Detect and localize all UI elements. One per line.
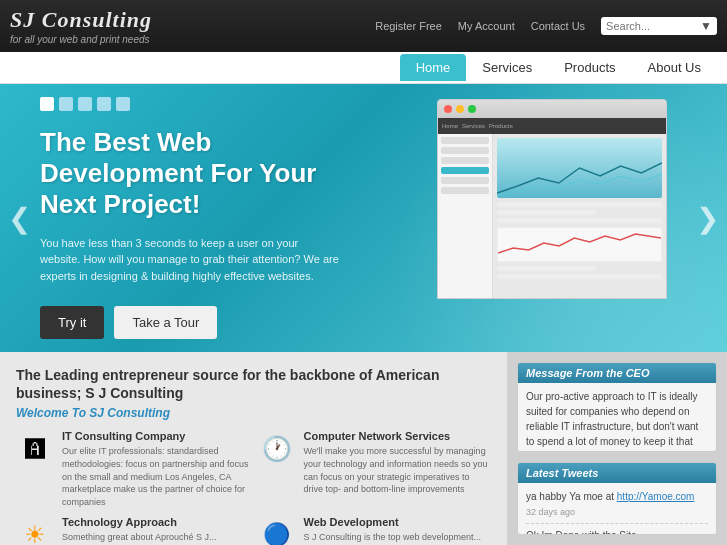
card-it-consulting: 🅰 IT Consulting Company Our elite IT pro…	[16, 430, 250, 508]
mockup-sidebar-item-2	[441, 147, 489, 154]
mockup-close-dot	[444, 105, 452, 113]
navbar-items: Home Services Products About Us	[400, 54, 717, 81]
card-body-webdev: S J Consulting is the top web developmen…	[304, 531, 482, 544]
nav-products[interactable]: Products	[548, 54, 631, 81]
tweet-2-text: Ok Im Done with the Site	[526, 530, 637, 535]
mockup-sidebar-item-1	[441, 137, 489, 144]
mockup-text-line-3	[497, 218, 662, 223]
mockup-nav-item-2: Services	[462, 123, 485, 129]
my-account-link[interactable]: My Account	[458, 20, 515, 32]
panel-tweets-body: ya habby Ya moe at http://Yamoe.com 32 d…	[518, 483, 716, 535]
slide-dots	[40, 97, 340, 111]
panel-ceo: Message From the CEO Our pro-active appr…	[517, 362, 717, 452]
register-free-link[interactable]: Register Free	[375, 20, 442, 32]
mockup-nav-item-3: Products	[489, 123, 513, 129]
mockup-nav-item-1: Home	[442, 123, 458, 129]
mockup-text-line-5	[497, 274, 662, 279]
hero-body: You have less than 3 seconds to keep a u…	[40, 235, 340, 285]
mockup-content-area	[438, 134, 666, 298]
card-title-it: IT Consulting Company	[62, 430, 250, 442]
hero-next-arrow[interactable]: ❯	[696, 202, 719, 235]
lower-sidebar: Message From the CEO Our pro-active appr…	[507, 352, 727, 545]
card-webdev: 🔵 Web Development S J Consulting is the …	[258, 516, 492, 545]
mockup-chart-area	[497, 138, 662, 198]
search-button[interactable]: ▼	[700, 19, 712, 33]
mockup-chart-svg	[497, 158, 662, 198]
hero-prev-arrow[interactable]: ❮	[8, 202, 31, 235]
hero-buttons: Try it Take a Tour	[40, 306, 340, 339]
panel-ceo-body: Our pro-active approach to IT is ideally…	[518, 383, 716, 452]
card-title-tech: Technology Approach	[62, 516, 217, 528]
header-nav: Register Free My Account Contact Us ▼	[375, 17, 717, 35]
slide-dot-5[interactable]	[116, 97, 130, 111]
panel-tweets-header: Latest Tweets	[518, 463, 716, 483]
mockup-sidebar-item-3	[441, 157, 489, 164]
mockup-text-line-1	[497, 202, 662, 207]
card-text-network: Computer Network Services We'll make you…	[304, 430, 492, 495]
hero-heading: The Best Web Development For Your Next P…	[40, 127, 340, 221]
mockup-graph	[497, 227, 662, 262]
mockup-main	[493, 134, 666, 298]
mockup-browser: Home Services Products	[437, 99, 667, 299]
lower-sub-heading: Welcome To SJ Consulting	[16, 406, 491, 420]
mockup-text-line-4	[497, 266, 596, 271]
lower-section: The Leading entrepreneur source for the …	[0, 352, 727, 545]
mockup-sidebar-item-6	[441, 187, 489, 194]
mockup-maximize-dot	[468, 105, 476, 113]
slide-dot-1[interactable]	[40, 97, 54, 111]
navbar: Home Services Products About Us	[0, 52, 727, 84]
mockup-text-line-2	[497, 210, 596, 215]
lower-heading: The Leading entrepreneur source for the …	[16, 366, 491, 402]
mockup-titlebar	[438, 100, 666, 118]
tweet-divider	[526, 523, 708, 524]
hero-content: The Best Web Development For Your Next P…	[40, 97, 340, 339]
search-input[interactable]	[606, 20, 696, 32]
card-title-webdev: Web Development	[304, 516, 482, 528]
card-icon-network: 🕐	[258, 430, 296, 468]
mockup-sidebar	[438, 134, 493, 298]
nav-home[interactable]: Home	[400, 54, 467, 81]
tweet-1-link[interactable]: http://Yamoe.com	[617, 491, 695, 502]
card-text-webdev: Web Development S J Consulting is the to…	[304, 516, 482, 544]
header: SJ Consulting for all your web and print…	[0, 0, 727, 52]
hero-mockup: Home Services Products	[437, 99, 677, 339]
tweet-1-text: ya habby Ya moe at http://Yamoe.com	[526, 491, 694, 502]
card-technology: ☀ Technology Approach Something great ab…	[16, 516, 250, 545]
slide-dot-3[interactable]	[78, 97, 92, 111]
logo-subtitle: for all your web and print needs	[10, 34, 152, 45]
contact-us-link[interactable]: Contact Us	[531, 20, 585, 32]
mockup-sidebar-item-4	[441, 167, 489, 174]
mockup-nav-bar: Home Services Products	[438, 118, 666, 134]
search-box: ▼	[601, 17, 717, 35]
card-text-it: IT Consulting Company Our elite IT profe…	[62, 430, 250, 508]
card-body-network: We'll make you more successful by managi…	[304, 445, 492, 495]
slide-dot-4[interactable]	[97, 97, 111, 111]
nav-about[interactable]: About Us	[632, 54, 717, 81]
try-it-button[interactable]: Try it	[40, 306, 104, 339]
card-body-it: Our elite IT professionals: standardised…	[62, 445, 250, 508]
lower-main: The Leading entrepreneur source for the …	[0, 352, 507, 545]
mockup-sidebar-item-5	[441, 177, 489, 184]
slide-dot-2[interactable]	[59, 97, 73, 111]
tweet-1-time: 32 days ago	[526, 507, 575, 517]
mockup-minimize-dot	[456, 105, 464, 113]
hero-section: ❮ The Best Web Development For Your Next…	[0, 84, 727, 352]
logo-title: SJ Consulting	[10, 7, 152, 33]
lower-cards: 🅰 IT Consulting Company Our elite IT pro…	[16, 430, 491, 545]
card-network: 🕐 Computer Network Services We'll make y…	[258, 430, 492, 508]
card-icon-webdev: 🔵	[258, 516, 296, 545]
card-icon-tech: ☀	[16, 516, 54, 545]
card-title-network: Computer Network Services	[304, 430, 492, 442]
card-text-tech: Technology Approach Something great abou…	[62, 516, 217, 544]
card-body-tech: Something great about Aprouché S J...	[62, 531, 217, 544]
panel-ceo-header: Message From the CEO	[518, 363, 716, 383]
mockup-graph-svg	[498, 228, 661, 258]
take-a-tour-button[interactable]: Take a Tour	[114, 306, 217, 339]
card-icon-it: 🅰	[16, 430, 54, 468]
panel-tweets: Latest Tweets ya habby Ya moe at http://…	[517, 462, 717, 535]
nav-services[interactable]: Services	[466, 54, 548, 81]
logo-area: SJ Consulting for all your web and print…	[10, 7, 152, 45]
